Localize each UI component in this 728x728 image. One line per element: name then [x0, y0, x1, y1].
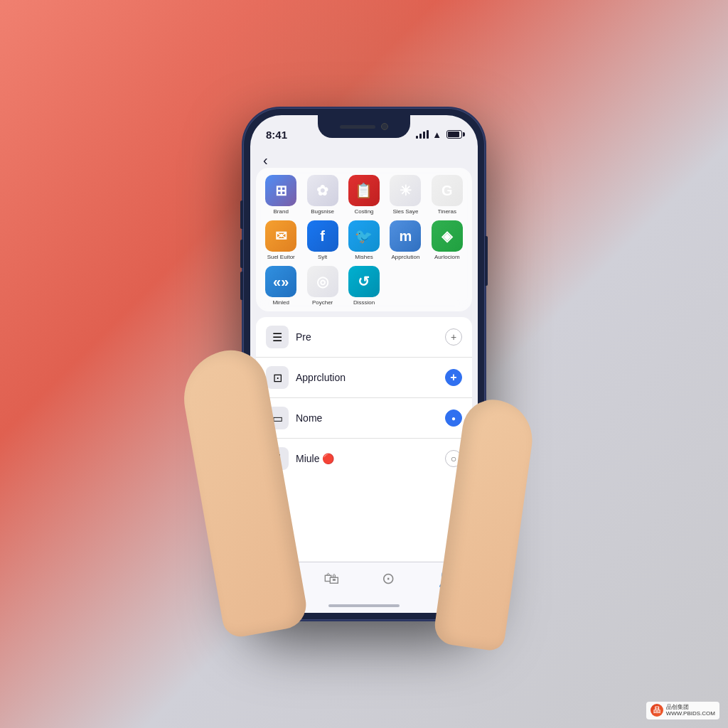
list-item-item-miule[interactable]: 🗒Miule 🔴○ [256, 439, 472, 478]
app-icon-app-mail[interactable]: ✉Suel Euitor [263, 220, 299, 260]
back-button[interactable]: ‹ [263, 152, 268, 168]
app-icon-app-camera2[interactable]: ◎Poycher [304, 266, 340, 306]
app-nav-label: Aurlociom [434, 254, 460, 260]
app-icon-app-facebook[interactable]: fSylt [304, 220, 340, 260]
app-twitter-icon: 🐦 [348, 220, 380, 252]
tab-person-outline[interactable]: ⊙ [382, 569, 395, 588]
app-icon-app-bugsnise[interactable]: ✿Bugsnise [304, 175, 340, 215]
app-bugsnise-label: Bugsnise [311, 208, 334, 215]
item-apprclution-text: Apprclution [296, 372, 438, 383]
app-grid-area: ⊞Brand✿Bugsnise📋Costing✳Sles SayeGTinera… [256, 168, 472, 311]
app-camera2-label: Poycher [312, 299, 333, 306]
item-miule-text: Miule 🔴 [296, 453, 438, 464]
tab-person-outline-icon: ⊙ [382, 569, 395, 588]
app-mail-label: Suel Euitor [267, 254, 295, 260]
app-costing-icon: 📋 [348, 175, 380, 206]
item-pre-action[interactable]: + [445, 328, 462, 346]
app-twitter-label: Mishes [355, 254, 373, 260]
app-icon-app-maps[interactable]: mApprclution [387, 220, 423, 260]
list-item-item-apprclution[interactable]: ⊡Apprclution+ [256, 358, 472, 398]
app-nav-icon: ◈ [432, 220, 463, 252]
front-camera [381, 123, 388, 130]
app-music-label: Minled [272, 299, 289, 306]
item-nome-action[interactable]: ● [445, 410, 462, 427]
watermark-logo: 品 [651, 704, 663, 717]
app-icon-app-twitter[interactable]: 🐦Mishes [346, 220, 382, 260]
app-facebook-icon: f [307, 220, 338, 252]
app-icon-app-costing[interactable]: 📋Costing [346, 175, 382, 215]
app-sles-saye-icon: ✳ [390, 175, 421, 206]
item-pre-text: Pre [296, 331, 438, 343]
list-item-item-nome[interactable]: ▭Nome● [256, 398, 472, 439]
item-pre-icon: ☰ [266, 326, 289, 348]
app-music-icon: «» [265, 266, 296, 297]
app-icon-app-sles-saye[interactable]: ✳Sles Saye [387, 175, 423, 215]
app-facebook-label: Sylt [318, 254, 327, 260]
app-bugsnise-icon: ✿ [307, 175, 338, 206]
app-maps-label: Apprclution [391, 254, 419, 260]
status-icons: ▲ [416, 129, 462, 140]
app-icon-app-grid-sys[interactable]: ⊞Brand [263, 175, 299, 215]
app-icon-app-tineras[interactable]: GTineras [429, 175, 465, 215]
battery-icon [446, 130, 462, 139]
app-icon-app-nav[interactable]: ◈Aurlociom [429, 220, 465, 260]
phone-mockup: 8:41 ▲ ‹ [243, 108, 485, 620]
tab-shop-icon: 🛍 [323, 569, 339, 588]
item-apprclution-action[interactable]: + [445, 369, 462, 386]
home-indicator [328, 604, 400, 607]
app-tineras-icon: G [432, 175, 463, 206]
app-mail-icon: ✉ [265, 220, 296, 252]
speaker-grille [340, 125, 375, 129]
watermark: 品 品创集团 WWW.PBIDS.COM [646, 702, 719, 719]
status-time: 8:41 [266, 129, 287, 141]
app-grid-sys-label: Brand [274, 208, 289, 215]
watermark-text: 品创集团 WWW.PBIDS.COM [666, 704, 715, 717]
app-grid-sys-icon: ⊞ [265, 175, 296, 206]
app-tineras-label: Tineras [438, 208, 456, 215]
app-refresh-label: Disssion [353, 299, 375, 306]
app-grid: ⊞Brand✿Bugsnise📋Costing✳Sles SayeGTinera… [263, 175, 465, 306]
app-costing-label: Costing [354, 208, 373, 215]
signal-icon [416, 130, 429, 139]
notch [318, 115, 410, 138]
app-camera2-icon: ◎ [307, 266, 338, 297]
app-maps-icon: m [390, 220, 421, 252]
item-apprclution-icon: ⊡ [266, 366, 289, 389]
item-nome-text: Nome [296, 412, 438, 424]
app-refresh-icon: ↺ [348, 266, 380, 297]
tab-shop[interactable]: 🛍 [323, 569, 339, 588]
app-icon-app-refresh[interactable]: ↺Disssion [346, 266, 382, 306]
app-sles-saye-label: Sles Saye [392, 208, 418, 215]
list-item-item-pre[interactable]: ☰Pre+ [256, 317, 472, 358]
app-icon-app-music[interactable]: «»Minled [263, 266, 299, 306]
wifi-icon: ▲ [432, 129, 441, 140]
